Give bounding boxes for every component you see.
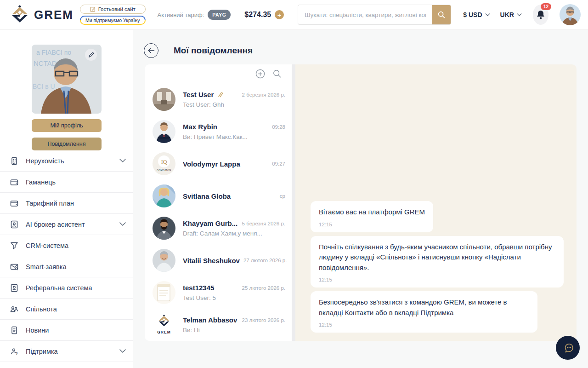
chevron-down-icon [119,222,126,226]
svg-text:NCTAD: NCTAD [34,59,57,67]
svg-text:BCI в U: BCI в U [33,83,55,90]
ukraine-support-banner[interactable]: Ми підтримуємо Україну [80,16,146,25]
message-time: 12:15 [319,222,425,227]
svg-text:а FIABCI по: а FIABCI по [36,49,71,56]
message-bubble: Почніть спілкування з будь-яким учаснико… [311,236,564,288]
arrow-left-icon [148,48,155,53]
sidebar-item-news[interactable]: Новини [0,320,133,341]
messenger: Test User 2 березня 2026 р. Test User: G… [145,64,577,341]
chevron-down-icon [485,13,490,17]
chevron-down-icon [517,13,522,17]
page-title: Мої повідомлення [174,46,253,56]
message-time: 12:15 [319,277,555,282]
community-icon [10,305,19,314]
chat-list-item[interactable]: GREM Telman Abbasov 23 лютого 2026 р. Ви… [145,309,292,341]
search-icon [437,11,446,19]
notifications-button[interactable]: 12 [533,5,548,25]
avatar-man-in-suit [153,120,175,143]
topup-button[interactable]: + [275,10,284,19]
news-icon [10,326,19,335]
search-icon [272,69,282,78]
messages-button[interactable]: Повідомлення [32,138,102,150]
avatar-blonde-woman-teal [153,184,175,207]
svg-text:?: ? [16,351,18,356]
edit-photo-button[interactable] [85,49,97,61]
notification-count-badge: 12 [541,3,551,10]
sidebar-item-tariff-plan[interactable]: Тарифний план [0,193,133,214]
chat-list-item[interactable]: IQANDAMAN Volodymyr Lappa 09:27 [145,148,292,180]
pencil-icon [88,52,94,58]
grem-logo-icon [10,5,29,24]
svg-text:IQ: IQ [161,159,167,165]
brand-name: GREM [34,8,74,22]
new-chat-button[interactable] [255,69,265,79]
top-header: GREM Гостьовий сайт Ми підтримуємо Украї… [0,0,588,30]
pinned-icon [217,92,223,98]
back-button[interactable] [144,43,158,58]
message-bubble: Безпосередньо зв'язатися з командою GREM… [311,291,537,333]
global-search [298,5,451,25]
avatar-interior-photo [153,88,175,111]
message-bubble: Вітаємо вас на платформі GREM 12:15 [311,201,433,232]
grem-logo[interactable]: GREM [10,5,74,24]
funnel-icon [10,241,19,250]
chevron-down-icon [119,159,126,163]
edit-square-icon [90,6,96,12]
currency-dropdown[interactable]: $ USD [463,11,490,18]
avatar-bearded-man [153,217,175,240]
search-chats-button[interactable] [272,69,282,78]
chat-list-item[interactable]: Khayyam Gurb... 5 березня 2026 р. Draft:… [145,212,292,244]
tariff-badge: PAYG [208,10,231,20]
sidebar-item-crm[interactable]: CRM-система [0,235,133,256]
wallet-icon [10,199,19,208]
bell-icon [536,10,545,20]
active-tariff-label: Активний тариф: [158,12,204,18]
guest-site-button[interactable]: Гостьовий сайт [80,5,146,14]
sidebar-item-community[interactable]: Спільнота [0,299,133,320]
my-profile-button[interactable]: Мій профіль [32,119,102,132]
sidebar-item-referral[interactable]: Реферальна система [0,277,133,299]
chat-bubble-icon [561,341,575,355]
svg-text:ANDAMAN: ANDAMAN [157,168,171,171]
assistant-card-icon [10,220,19,229]
chat-list-item[interactable]: Max Rybin 09:28 Ви: Привет Макс.Как... [145,115,292,148]
chat-list-item[interactable]: Svitlana Globa ср [145,180,292,212]
sidebar-item-ai-broker[interactable]: AI брокер асистент [0,214,133,235]
mail-search-icon [10,262,19,271]
avatar-grem-logo: GREM [153,313,175,336]
chat-list-item[interactable]: Vitalii Sheshukov 27 лютого 2026 р. [145,244,292,276]
balance-amount: $274.35 [244,11,271,19]
sidebar-item-wallet[interactable]: Гаманець [0,172,133,193]
chat-list-scrollbar[interactable] [292,64,295,341]
building-icon [10,156,19,166]
support-chat-fab[interactable] [556,336,580,360]
wallet-icon [10,178,19,187]
user-avatar[interactable] [560,4,581,25]
chat-list-item[interactable]: test12345 25 лютого 2026 р. Test User: 5 [145,276,292,309]
search-button[interactable] [432,5,451,24]
svg-text:GREM: GREM [157,330,171,334]
search-input[interactable] [298,5,432,24]
chevron-down-icon [119,349,126,353]
message-time: 12:15 [319,322,529,328]
referral-card-icon [10,283,19,293]
chat-list-item[interactable]: Test User 2 березня 2026 р. Test User: G… [145,83,292,115]
profile-photo: а FIABCI по NCTAD BCI в U [32,45,102,114]
sidebar-item-support[interactable]: ? Підтримка [0,341,133,362]
sidebar-item-real-estate[interactable]: Нерухомість [0,150,133,172]
left-sidebar: а FIABCI по NCTAD BCI в U Мій профіль По… [0,30,133,368]
chat-list-panel: Test User 2 березня 2026 р. Test User: G… [145,64,292,341]
sidebar-item-smart-request[interactable]: Smart-заявка [0,256,133,277]
avatar-gray-haired-man [153,249,175,272]
language-dropdown[interactable]: UKR [500,11,522,18]
conversation-panel: Вітаємо вас на платформі GREM 12:15 Почн… [295,64,577,341]
plus-circle-icon [255,69,265,79]
avatar-iq-andaman-logo: IQANDAMAN [153,152,175,175]
avatar-document [153,281,175,304]
main-content: Мої повідомлення [133,30,588,368]
sidebar-menu: Нерухомість Гаманець Тарифний план AI бр… [0,150,133,362]
support-icon: ? [10,347,19,356]
